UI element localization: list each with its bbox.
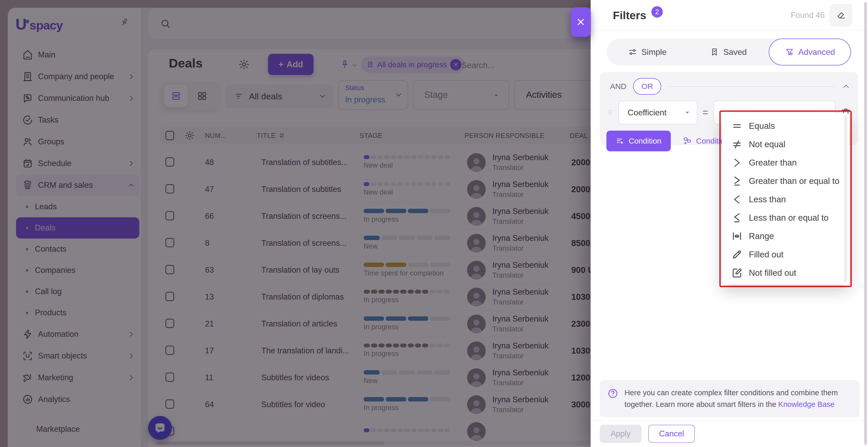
equals-icon	[731, 120, 743, 132]
panel-footer: Apply Cancel	[591, 420, 868, 447]
pencil-icon	[731, 249, 743, 260]
apply-button[interactable]: Apply	[600, 425, 642, 443]
eraser-icon	[836, 10, 846, 21]
filter-tab[interactable]: Simple	[607, 38, 688, 65]
dropdown-option[interactable]: Less than or equal to	[722, 208, 849, 227]
dropdown-option[interactable]: Not filled out	[722, 264, 849, 282]
close-icon	[576, 17, 586, 27]
not-equal-icon	[731, 139, 743, 150]
dropdown-option[interactable]: Filled out	[722, 245, 849, 264]
less-icon	[731, 194, 743, 205]
filters-panel: Filters 2 Found 46 Simple Saved Adva	[591, 0, 868, 447]
range-icon	[731, 231, 743, 242]
screen: U spacy Main Main	[0, 0, 868, 447]
drag-handle-icon[interactable]	[607, 106, 614, 119]
page-scrollbar[interactable]	[864, 2, 867, 445]
condition-add-icon	[616, 137, 624, 145]
clear-filters-button[interactable]	[830, 4, 852, 27]
dropdown-option[interactable]: Equals	[722, 117, 849, 135]
collapse-group-icon[interactable]	[842, 82, 850, 91]
lte-icon	[731, 212, 743, 224]
operator-select[interactable]: =	[702, 107, 709, 118]
knowledge-base-link[interactable]: Knowledge Base	[778, 400, 835, 409]
or-toggle[interactable]: OR	[633, 78, 661, 95]
filter-tab[interactable]: Saved	[688, 38, 769, 65]
condition-group-icon	[683, 136, 692, 146]
and-toggle[interactable]: AND	[610, 82, 626, 91]
filter-tabs: Simple Saved Advanced	[607, 38, 851, 65]
help-icon	[608, 388, 618, 399]
funnel-icon	[785, 47, 794, 57]
sliders-icon	[628, 47, 637, 57]
cancel-button[interactable]: Cancel	[648, 425, 695, 443]
field-select-value: Coefficient	[628, 108, 684, 117]
dropdown-option[interactable]: Less than	[722, 190, 849, 208]
dropdown-option[interactable]: Greater than or equal to	[722, 172, 849, 190]
bookmark-icon	[710, 47, 719, 57]
add-condition-button[interactable]: Condition	[607, 131, 671, 151]
field-select[interactable]: Coefficient	[618, 101, 698, 124]
annotation-red-box: Equals Not equal Greater than Gr	[719, 111, 852, 287]
caret-down-icon	[684, 109, 691, 116]
filter-tab[interactable]: Advanced	[769, 38, 851, 65]
pencil-square-icon	[731, 267, 743, 278]
panel-title: Filters	[613, 9, 646, 22]
close-panel-button[interactable]	[571, 7, 591, 37]
greater-icon	[731, 157, 743, 169]
filters-count-badge: 2	[651, 6, 663, 18]
info-note: Here you can create complex filter condi…	[600, 380, 860, 417]
dropdown-option[interactable]: Greater than	[722, 153, 849, 172]
dropdown-option[interactable]: Not equal	[722, 135, 849, 153]
found-count: Found 46	[791, 10, 825, 20]
panel-header: Filters 2 Found 46	[591, 0, 868, 31]
divider	[668, 86, 835, 87]
gte-icon	[731, 175, 743, 187]
dropdown-scrollbar[interactable]	[844, 116, 847, 282]
modal-overlay[interactable]	[0, 0, 591, 447]
dropdown-option[interactable]: Range	[722, 227, 849, 245]
operator-dropdown: Equals Not equal Greater than Gr	[722, 113, 849, 285]
